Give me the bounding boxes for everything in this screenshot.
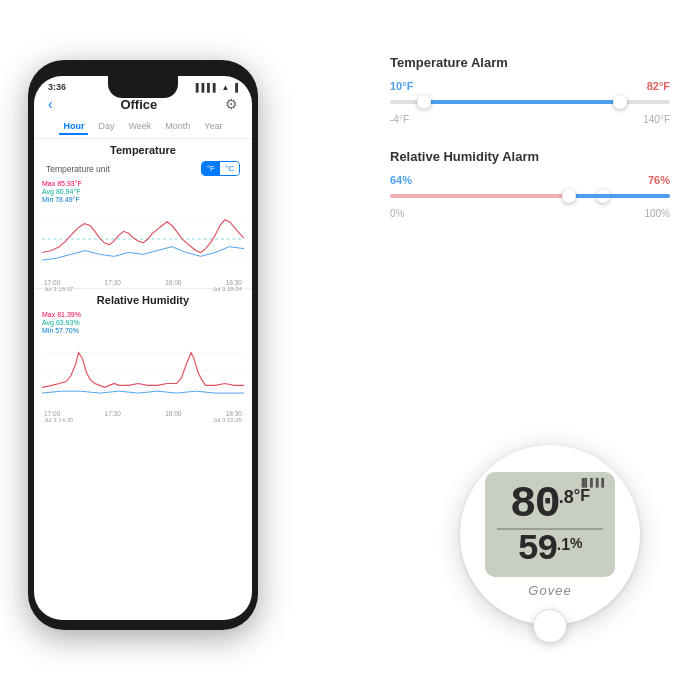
humidity-alarm-high: 76% <box>648 174 670 186</box>
device-hum-decimal: .1 <box>557 537 570 553</box>
temp-section-title: Temperature <box>34 144 252 156</box>
device-temp-decimal: .8 <box>559 488 574 506</box>
temp-date-right: Jul 3 18:34 <box>213 286 242 292</box>
temp-alarm-title: Temperature Alarm <box>390 55 670 70</box>
device-temp-unit: °F <box>574 488 590 504</box>
humidity-slider-thumb-left[interactable] <box>562 189 576 203</box>
tab-year[interactable]: Year <box>200 119 226 135</box>
unit-toggle[interactable]: °F °C <box>201 161 240 176</box>
right-panel: Temperature Alarm 10°F 82°F -4°F 140°F R… <box>390 55 670 243</box>
device-wrapper: ▐▌▌▌▌ 80 .8 °F 59 .1 % Govee <box>460 445 640 645</box>
temp-range-max: 140°F <box>643 114 670 125</box>
device-brand: Govee <box>528 583 571 598</box>
tab-week[interactable]: Week <box>124 119 155 135</box>
temp-time-2: 17:30 <box>105 279 121 286</box>
temp-chart-labels: Max 85.93°F Avg 80.94°F Min 78.49°F <box>42 180 244 203</box>
device-temp-value: 80 <box>510 482 559 526</box>
humidity-max-label: Max 81.39% <box>42 311 244 318</box>
humidity-slider-track <box>390 194 670 198</box>
device-hum-value: 59 <box>517 532 556 568</box>
temp-alarm-high: 82°F <box>647 80 670 92</box>
device-screen: ▐▌▌▌▌ 80 .8 °F 59 .1 % <box>485 472 615 577</box>
humidity-chart-labels: Max 81.39% Avg 63.93% Min 57.70% <box>42 311 244 334</box>
temp-chart-svg <box>42 203 244 275</box>
temp-slider-thumb-right[interactable] <box>613 95 627 109</box>
humidity-time-1: 17:00 <box>44 410 60 417</box>
gear-icon[interactable]: ⚙ <box>225 96 238 112</box>
temp-slider-fill <box>424 100 620 104</box>
humidity-time-3: 18:00 <box>165 410 181 417</box>
temp-max-label: Max 85.93°F <box>42 180 244 187</box>
temp-time-4: 18:30 <box>226 279 242 286</box>
humidity-date-row: Jul 3 14:35 Jul 3 15:35 <box>42 417 244 423</box>
signal-icon: ▌▌▌▌ <box>196 83 219 92</box>
humidity-slider-fill-blue <box>569 194 670 198</box>
humidity-alarm-low: 64% <box>390 174 412 186</box>
humidity-chart-area: Max 81.39% Avg 63.93% Min 57.70% <box>34 309 252 417</box>
humidity-alarm-section: Relative Humidity Alarm 64% 76% 0% 100% <box>390 149 670 219</box>
tab-day[interactable]: Day <box>94 119 118 135</box>
wifi-icon: ▲ <box>221 83 229 92</box>
temp-date-left: Jul 3 16:37 <box>44 286 73 292</box>
back-button[interactable]: ‹ <box>48 96 53 112</box>
humidity-section-title: Relative Humidity <box>34 294 252 306</box>
humidity-chart-svg <box>42 334 244 406</box>
page-title: Office <box>120 97 157 112</box>
toggle-row: Temperature unit °F °C <box>34 159 252 178</box>
humidity-time-row: 17:00 17:30 18:00 18:30 <box>42 410 244 417</box>
phone-notch <box>108 76 178 98</box>
fahrenheit-btn[interactable]: °F <box>202 162 220 175</box>
celsius-btn[interactable]: °C <box>220 162 239 175</box>
humidity-time-4: 18:30 <box>226 410 242 417</box>
humidity-range-max: 100% <box>644 208 670 219</box>
temp-alarm-values: 10°F 82°F <box>390 80 670 92</box>
temp-time-row: 17:00 17:30 18:00 18:30 <box>42 279 244 286</box>
phone: 3:36 ▌▌▌▌ ▲ ▐ ‹ Office ⚙ Hour Day <box>28 60 258 630</box>
humidity-alarm-values: 64% 76% <box>390 174 670 186</box>
tabs-row: Hour Day Week Month Year <box>34 116 252 139</box>
temp-alarm-low: 10°F <box>390 80 413 92</box>
temp-alarm-slider[interactable] <box>390 96 670 108</box>
temp-time-3: 18:00 <box>165 279 181 286</box>
phone-screen: 3:36 ▌▌▌▌ ▲ ▐ ‹ Office ⚙ Hour Day <box>34 76 252 620</box>
temp-chart-area: Max 85.93°F Avg 80.94°F Min 78.49°F <box>34 178 252 286</box>
humidity-avg-label: Avg 63.93% <box>42 319 244 326</box>
temp-date-row: Jul 3 16:37 Jul 3 18:34 <box>42 286 244 292</box>
humidity-range-min: 0% <box>390 208 404 219</box>
device-temp-row: 80 .8 °F <box>510 482 590 526</box>
temp-avg-label: Avg 80.94°F <box>42 188 244 195</box>
humidity-alarm-slider[interactable] <box>390 190 670 202</box>
humidity-time-2: 17:30 <box>105 410 121 417</box>
phone-body: 3:36 ▌▌▌▌ ▲ ▐ ‹ Office ⚙ Hour Day <box>28 60 258 630</box>
humidity-date-right: Jul 3 15:35 <box>213 417 242 423</box>
temp-slider-thumb-left[interactable] <box>417 95 431 109</box>
humidity-alarm-title: Relative Humidity Alarm <box>390 149 670 164</box>
scene: 3:36 ▌▌▌▌ ▲ ▐ ‹ Office ⚙ Hour Day <box>0 0 700 700</box>
toggle-label: Temperature unit <box>46 164 110 174</box>
temp-slider-track <box>390 100 670 104</box>
humidity-min-label: Min 57.70% <box>42 327 244 334</box>
device-hum-row: 59 .1 % <box>517 532 582 568</box>
status-time: 3:36 <box>48 82 66 92</box>
tab-month[interactable]: Month <box>161 119 194 135</box>
temp-range-min: -4°F <box>390 114 409 125</box>
temp-range-labels: -4°F 140°F <box>390 114 670 125</box>
temp-alarm-section: Temperature Alarm 10°F 82°F -4°F 140°F <box>390 55 670 125</box>
device-hum-unit: % <box>570 536 582 550</box>
device-button[interactable] <box>533 609 567 643</box>
status-icons: ▌▌▌▌ ▲ ▐ <box>196 83 238 92</box>
humidity-range-labels: 0% 100% <box>390 208 670 219</box>
temp-time-1: 17:00 <box>44 279 60 286</box>
battery-icon: ▐ <box>232 83 238 92</box>
humidity-date-left: Jul 3 14:35 <box>44 417 73 423</box>
device-body: ▐▌▌▌▌ 80 .8 °F 59 .1 % Govee <box>460 445 640 625</box>
temp-min-label: Min 78.49°F <box>42 196 244 203</box>
device-battery-icon: ▐▌▌▌▌ <box>579 478 607 487</box>
tab-hour[interactable]: Hour <box>59 119 88 135</box>
